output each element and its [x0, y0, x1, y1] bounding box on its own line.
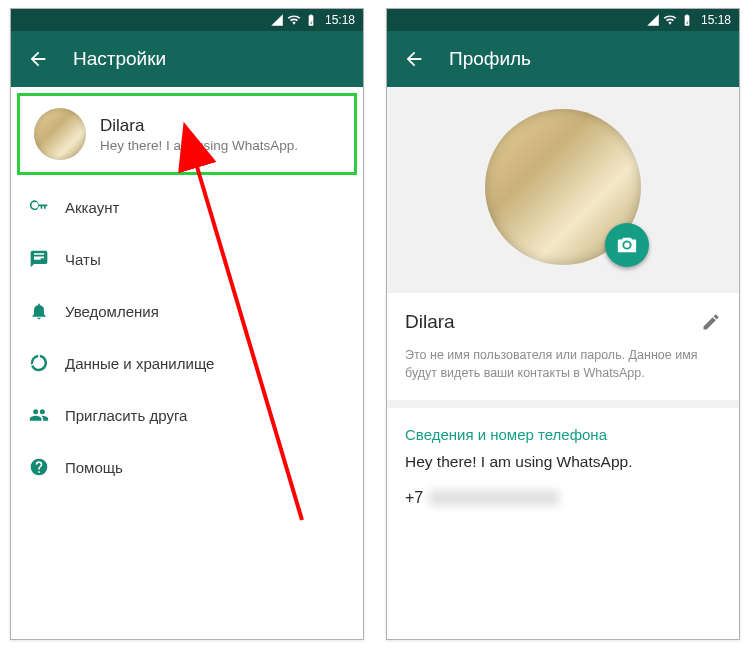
- avatar: [34, 108, 86, 160]
- about-card: Сведения и номер телефона Hey there! I a…: [387, 408, 739, 525]
- people-icon: [29, 405, 65, 425]
- camera-icon: [616, 234, 638, 256]
- back-button[interactable]: [403, 48, 425, 70]
- key-icon: [29, 197, 65, 217]
- sidebar-item-chats[interactable]: Чаты: [11, 233, 363, 285]
- sidebar-item-data[interactable]: Данные и хранилище: [11, 337, 363, 389]
- profile-name: Dilara: [100, 116, 298, 136]
- sidebar-item-account[interactable]: Аккаунт: [11, 181, 363, 233]
- wifi-icon: [663, 13, 677, 27]
- data-usage-icon: [29, 353, 65, 373]
- name-card: Dilara Это не имя пользователя или парол…: [387, 293, 739, 400]
- profile-row[interactable]: Dilara Hey there! I am using WhatsApp.: [17, 93, 357, 175]
- signal-icon: [646, 13, 660, 27]
- sidebar-item-notifications[interactable]: Уведомления: [11, 285, 363, 337]
- signal-icon: [270, 13, 284, 27]
- item-label: Аккаунт: [65, 199, 119, 216]
- battery-icon: [304, 13, 318, 27]
- about-section-title: Сведения и номер телефона: [405, 426, 721, 443]
- status-bar: 15:18: [387, 9, 739, 31]
- item-label: Чаты: [65, 251, 101, 268]
- phone-prefix: +7: [405, 489, 423, 507]
- battery-icon: [680, 13, 694, 27]
- chat-icon: [29, 249, 65, 269]
- help-icon: [29, 457, 65, 477]
- name-hint: Это не имя пользователя или пароль. Данн…: [405, 347, 721, 382]
- about-text[interactable]: Hey there! I am using WhatsApp.: [405, 453, 721, 471]
- display-name: Dilara: [405, 311, 455, 333]
- wifi-icon: [287, 13, 301, 27]
- item-label: Пригласить друга: [65, 407, 187, 424]
- phone-number-row[interactable]: +7: [405, 489, 721, 507]
- settings-list: Аккаунт Чаты Уведомления Данные и хранил…: [11, 181, 363, 493]
- status-time: 15:18: [325, 13, 355, 27]
- profile-photo-area: [387, 87, 739, 293]
- item-label: Данные и хранилище: [65, 355, 214, 372]
- change-photo-button[interactable]: [605, 223, 649, 267]
- profile-toolbar: Профиль: [387, 31, 739, 87]
- edit-icon: [701, 312, 721, 332]
- settings-title: Настройки: [73, 48, 166, 70]
- back-button[interactable]: [27, 48, 49, 70]
- arrow-back-icon: [403, 48, 425, 70]
- sidebar-item-invite[interactable]: Пригласить друга: [11, 389, 363, 441]
- status-bar: 15:18: [11, 9, 363, 31]
- settings-screen: 15:18 Настройки Dilara Hey there! I am u…: [10, 8, 364, 640]
- item-label: Помощь: [65, 459, 123, 476]
- status-time: 15:18: [701, 13, 731, 27]
- phone-number-blurred: [429, 490, 559, 506]
- name-row[interactable]: Dilara: [405, 311, 721, 333]
- profile-status: Hey there! I am using WhatsApp.: [100, 138, 298, 153]
- bell-icon: [29, 301, 65, 321]
- settings-toolbar: Настройки: [11, 31, 363, 87]
- item-label: Уведомления: [65, 303, 159, 320]
- profile-screen: 15:18 Профиль Dilara Это не имя пользова…: [386, 8, 740, 640]
- sidebar-item-help[interactable]: Помощь: [11, 441, 363, 493]
- profile-title: Профиль: [449, 48, 531, 70]
- arrow-back-icon: [27, 48, 49, 70]
